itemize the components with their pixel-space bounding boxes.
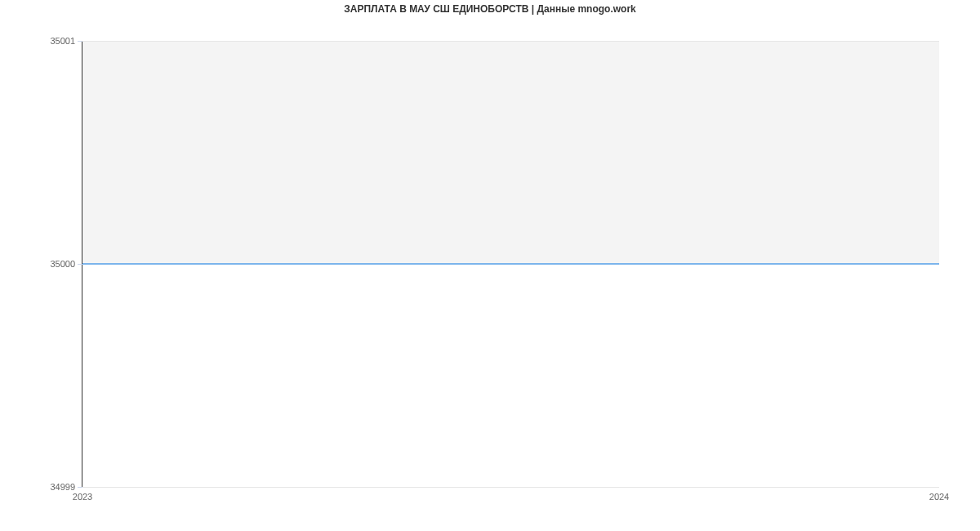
data-line — [82, 263, 939, 265]
y-axis-label: 35001 — [50, 36, 82, 46]
gridline-bottom — [82, 487, 939, 488]
gridline-top — [82, 41, 939, 42]
x-axis-label: 2024 — [929, 487, 949, 502]
x-axis-label: 2023 — [73, 487, 92, 502]
plot-band — [82, 41, 939, 264]
chart-title: ЗАРПЛАТА В МАУ СШ ЕДИНОБОРСТВ | Данные m… — [0, 3, 980, 15]
plot-area: 35001 35000 34999 2023 2024 — [82, 41, 939, 487]
y-axis-label: 35000 — [50, 259, 82, 269]
chart-container: ЗАРПЛАТА В МАУ СШ ЕДИНОБОРСТВ | Данные m… — [0, 0, 980, 531]
